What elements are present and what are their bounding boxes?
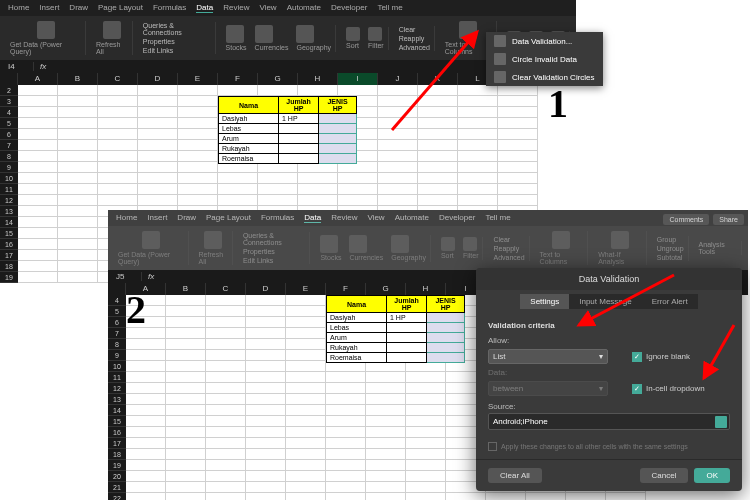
table-cell[interactable] xyxy=(427,353,465,363)
row-header-5[interactable]: 5 xyxy=(108,306,126,317)
table-cell[interactable]: Rukayah xyxy=(327,343,387,353)
refresh-icon[interactable] xyxy=(103,21,121,39)
col-header-E[interactable]: E xyxy=(286,283,326,295)
table-cell[interactable] xyxy=(387,343,427,353)
tab-automate[interactable]: Automate xyxy=(395,213,429,223)
col-header-H[interactable]: H xyxy=(298,73,338,85)
table-cell[interactable] xyxy=(387,353,427,363)
row-header-4[interactable]: 4 xyxy=(0,107,18,118)
table-cell[interactable]: Arum xyxy=(327,333,387,343)
row-header-16[interactable]: 16 xyxy=(0,239,18,250)
table-cell[interactable]: Lebas xyxy=(219,124,279,134)
tab-draw[interactable]: Draw xyxy=(177,213,196,223)
row-header-9[interactable]: 9 xyxy=(108,350,126,361)
row-header-7[interactable]: 7 xyxy=(0,140,18,151)
table-cell[interactable] xyxy=(319,114,357,124)
row-header-18[interactable]: 18 xyxy=(0,261,18,272)
table-cell[interactable] xyxy=(279,124,319,134)
table-cell[interactable]: Arum xyxy=(219,134,279,144)
col-header-A[interactable]: A xyxy=(18,73,58,85)
row-header-3[interactable]: 3 xyxy=(0,96,18,107)
dialog-tab-input-message[interactable]: Input Message xyxy=(569,294,641,309)
row-header-6[interactable]: 6 xyxy=(108,317,126,328)
tab-data[interactable]: Data xyxy=(304,213,321,223)
table-cell[interactable] xyxy=(319,134,357,144)
row-header-13[interactable]: 13 xyxy=(108,394,126,405)
row-header-10[interactable]: 10 xyxy=(0,173,18,184)
tab-insert[interactable]: Insert xyxy=(147,213,167,223)
tab-review[interactable]: Review xyxy=(331,213,357,223)
table-cell[interactable] xyxy=(427,313,465,323)
get-data-icon[interactable] xyxy=(37,21,55,39)
table-cell[interactable] xyxy=(319,124,357,134)
row-header-14[interactable]: 14 xyxy=(108,405,126,416)
reapply-button[interactable]: Reapply xyxy=(399,35,425,42)
source-input[interactable]: Android;iPhone xyxy=(488,413,730,430)
range-picker-icon[interactable] xyxy=(715,416,727,428)
table-cell[interactable]: Roemaisa xyxy=(327,353,387,363)
col-header-J[interactable]: J xyxy=(378,73,418,85)
row-header-11[interactable]: 11 xyxy=(108,372,126,383)
col-header-G[interactable]: G xyxy=(258,73,298,85)
row-header-12[interactable]: 12 xyxy=(108,383,126,394)
tab-tell-me[interactable]: Tell me xyxy=(485,213,510,223)
sort-icon[interactable] xyxy=(346,27,360,41)
select-all-corner[interactable] xyxy=(0,73,18,85)
queries-button[interactable]: Queries & Connections xyxy=(143,22,211,36)
cancel-button[interactable]: Cancel xyxy=(640,468,689,483)
table-header[interactable]: Jumlah HP xyxy=(279,97,319,114)
row-header-14[interactable]: 14 xyxy=(0,217,18,228)
row-header-9[interactable]: 9 xyxy=(0,162,18,173)
row-header-20[interactable]: 20 xyxy=(108,471,126,482)
col-header-G[interactable]: G xyxy=(366,283,406,295)
table-header[interactable]: JENIS HP xyxy=(427,296,465,313)
allow-select[interactable]: List▾ xyxy=(488,349,608,364)
tab-review[interactable]: Review xyxy=(223,3,249,13)
col-header-F[interactable]: F xyxy=(218,73,258,85)
tab-automate[interactable]: Automate xyxy=(287,3,321,13)
table-header[interactable]: Nama xyxy=(327,296,387,313)
table-cell[interactable] xyxy=(279,154,319,164)
dropdown-item[interactable]: Data Validation... xyxy=(486,32,603,50)
clear-all-button[interactable]: Clear All xyxy=(488,468,542,483)
edit-links-button[interactable]: Edit Links xyxy=(143,47,173,54)
dialog-tab-settings[interactable]: Settings xyxy=(520,294,569,309)
advanced-button[interactable]: Advanced xyxy=(399,44,430,51)
row-header-5[interactable]: 5 xyxy=(0,118,18,129)
dialog-tab-error-alert[interactable]: Error Alert xyxy=(642,294,698,309)
col-header-C[interactable]: C xyxy=(206,283,246,295)
row-header-2[interactable]: 2 xyxy=(0,85,18,96)
tab-page-layout[interactable]: Page Layout xyxy=(98,3,143,13)
row-header-10[interactable]: 10 xyxy=(108,361,126,372)
row-header-17[interactable]: 17 xyxy=(0,250,18,261)
data-table[interactable]: NamaJumlah HPJENIS HPDasiyah1 HPLebasAru… xyxy=(326,295,465,363)
tab-home[interactable]: Home xyxy=(8,3,29,13)
row-header-19[interactable]: 19 xyxy=(108,460,126,471)
row-header-17[interactable]: 17 xyxy=(108,438,126,449)
table-cell[interactable]: Dasiyah xyxy=(327,313,387,323)
tab-formulas[interactable]: Formulas xyxy=(153,3,186,13)
table-cell[interactable] xyxy=(319,154,357,164)
col-header-D[interactable]: D xyxy=(246,283,286,295)
share-button[interactable]: Share xyxy=(713,214,744,225)
name-box[interactable]: I4 xyxy=(4,62,34,71)
text-to-columns-icon[interactable] xyxy=(459,21,477,39)
row-header-8[interactable]: 8 xyxy=(108,339,126,350)
fx-icon[interactable]: fx xyxy=(34,62,52,71)
row-header-11[interactable]: 11 xyxy=(0,184,18,195)
table-cell[interactable] xyxy=(427,333,465,343)
table-header[interactable]: Jumlah HP xyxy=(387,296,427,313)
select-all-corner[interactable] xyxy=(108,283,126,295)
col-header-E[interactable]: E xyxy=(178,73,218,85)
table-cell[interactable]: 1 HP xyxy=(279,114,319,124)
table-cell[interactable] xyxy=(387,333,427,343)
row-header-16[interactable]: 16 xyxy=(108,427,126,438)
tab-insert[interactable]: Insert xyxy=(39,3,59,13)
filter-icon[interactable] xyxy=(368,27,382,41)
row-header-18[interactable]: 18 xyxy=(108,449,126,460)
row-header-15[interactable]: 15 xyxy=(108,416,126,427)
tab-draw[interactable]: Draw xyxy=(69,3,88,13)
ok-button[interactable]: OK xyxy=(694,468,730,483)
dropdown-item[interactable]: Clear Validation Circles xyxy=(486,68,603,86)
tab-tell-me[interactable]: Tell me xyxy=(377,3,402,13)
